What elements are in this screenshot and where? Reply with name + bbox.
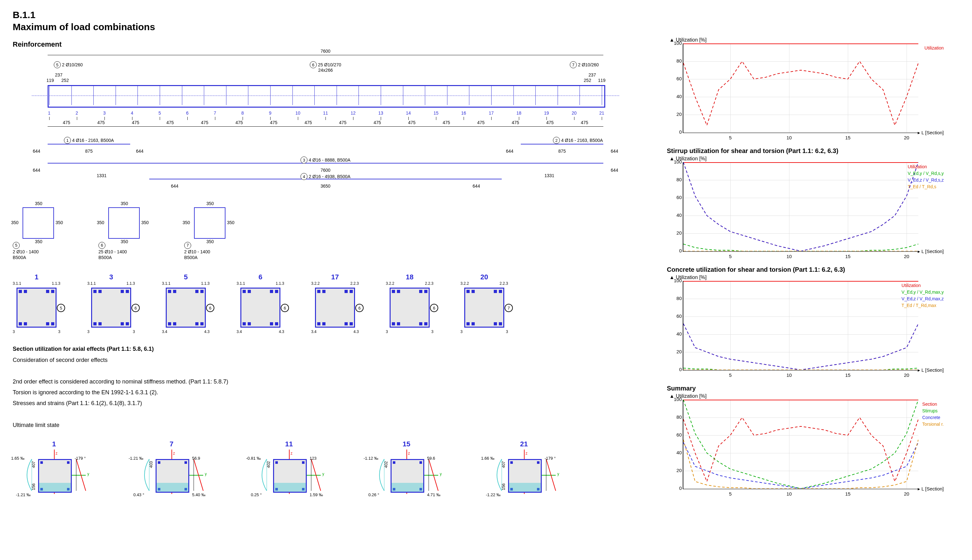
x-axis-label: ▸ L [Section] — [918, 248, 944, 254]
y-axis-label: ▲ Utilization [%] — [669, 37, 927, 43]
y-axis-label: ▲ Utilization [%] — [669, 275, 927, 280]
chart-title: Stirrup utilization for shear and torsio… — [667, 147, 927, 155]
x-tick: 15 — [845, 491, 851, 497]
section-marker: 9 — [269, 110, 272, 115]
circled-number-icon: 6 — [281, 304, 289, 312]
section-marker: 1 — [48, 110, 50, 115]
strain-diagram: 14071561.65 ‰-1.21 ‰-179 °zy — [13, 440, 95, 510]
strain-section-num: 11 — [248, 440, 330, 448]
rebar-3-label: 4 Ø16 - 8888, B500A — [308, 157, 350, 163]
y-tick: 60 — [667, 195, 682, 200]
x-tick: 5 — [729, 372, 732, 378]
x-axis-label: ▸ L [Section] — [918, 486, 944, 492]
x-tick: 15 — [845, 372, 851, 378]
stirrup-zone-icon-6: 6 — [310, 61, 317, 68]
rebar-4-label: 2 Ø16 - 4938, B500A — [308, 174, 350, 179]
spacing-dim: 475 — [201, 120, 208, 125]
rebar-1-label: 4 Ø16 - 2163, B500A — [72, 138, 114, 143]
y-tick: 20 — [667, 349, 682, 354]
strain-diagram: 15402-1.12 ‰0.26 °59.64.71 ‰zy — [365, 440, 448, 510]
y-tick: 0 — [667, 129, 682, 135]
y-tick: 0 — [667, 248, 682, 253]
stirrup-caption: 2 Ø10 - 1400 — [184, 249, 210, 254]
chart-legend: SectionStirrupsConcreteTorsional r. — [922, 401, 944, 428]
section-marker: 21 — [599, 110, 604, 115]
spacing-dim: 475 — [581, 120, 588, 125]
chart-section: ▲ Utilization [%]0204060801005101520▸ L … — [667, 37, 927, 133]
chart-title: Summary — [667, 385, 927, 392]
y-tick: 60 — [667, 432, 682, 437]
section-marker: 11 — [323, 110, 328, 115]
reinforcement-heading: Reinforcement — [13, 40, 642, 48]
y-tick: 100 — [667, 397, 682, 402]
chart-stirrup: Stirrup utilization for shear and torsio… — [667, 147, 927, 252]
x-tick: 10 — [787, 135, 792, 140]
cross-section-title: 6 — [237, 273, 284, 281]
section-marker: 5 — [158, 110, 161, 115]
svg-line-4 — [194, 459, 203, 491]
section-marker: 13 — [378, 110, 383, 115]
stirrup-section-box — [194, 207, 225, 239]
section-marker: 6 — [186, 110, 188, 115]
spacing-dim: 475 — [305, 120, 312, 125]
x-tick: 20 — [904, 491, 909, 497]
spacing-dim: 475 — [373, 120, 381, 125]
x-tick: 15 — [845, 135, 851, 140]
cross-section: 33.1.11.1.3633 — [87, 273, 135, 334]
x-tick: 10 — [787, 253, 792, 259]
y-tick: 0 — [667, 485, 682, 491]
stirrup-zone-label-5: 2 Ø10/260 — [62, 62, 83, 67]
beam-elevation: 7600 5 2 Ø10/260 237 119 252 6 25 Ø10/27… — [13, 55, 642, 195]
strain-diagram: 11402-0.81 ‰0.25 °1231.59 ‰zy — [248, 440, 330, 510]
note-second-order: 2nd order effect is considered according… — [13, 376, 642, 387]
cross-section: 13.1.11.1.3533 — [13, 273, 60, 334]
cross-section: 63.1.11.1.363.44.3 — [237, 273, 284, 334]
axial-util-heading: Section utilization for axial effects (P… — [13, 343, 642, 354]
y-axis-label: ▲ Utilization [%] — [669, 393, 927, 399]
strain-section-num: 15 — [365, 440, 448, 448]
x-tick: 5 — [729, 253, 732, 259]
cross-section-title: 20 — [460, 273, 508, 281]
note-stresses: Stresses and strains (Part 1.1: 6.1(2), … — [13, 398, 642, 408]
y-tick: 60 — [667, 76, 682, 81]
note-uls: Ultimate limit state — [13, 420, 642, 430]
cross-section-title: 3 — [87, 273, 135, 281]
svg-line-10 — [428, 459, 438, 491]
x-tick: 5 — [729, 491, 732, 497]
strain-diagram-row: 14071561.65 ‰-1.21 ‰-179 °zy7403-1.21 ‰0… — [13, 440, 642, 510]
y-axis-label: ▲ Utilization [%] — [669, 156, 927, 162]
section-number: B.1.1 — [13, 10, 965, 20]
circled-number-icon: 7 — [505, 304, 513, 312]
x-tick: 20 — [904, 135, 909, 140]
section-marker: 17 — [489, 110, 494, 115]
x-axis-label: ▸ L [Section] — [918, 130, 944, 135]
section-marker: 2 — [75, 110, 78, 115]
section-marker: 10 — [295, 110, 300, 115]
svg-line-13 — [546, 459, 556, 491]
circled-number-icon: 6 — [206, 304, 214, 312]
circled-number-icon: 6 — [430, 304, 438, 312]
chart-concrete: Concrete utilization for shear and torsi… — [667, 266, 927, 370]
stirrup-section-box — [108, 207, 140, 239]
strain-section-num: 1 — [13, 440, 95, 448]
y-tick: 40 — [667, 450, 682, 455]
x-tick: 15 — [845, 253, 851, 259]
spacing-dim: 475 — [235, 120, 243, 125]
section-marker: 4 — [131, 110, 133, 115]
cross-section: 183.2.22.2.3633 — [386, 273, 433, 334]
cross-section-title: 5 — [162, 273, 210, 281]
svg-line-1 — [76, 459, 86, 491]
y-tick: 80 — [667, 58, 682, 63]
cross-section-row: 13.1.11.1.353333.1.11.1.363353.1.11.1.36… — [13, 273, 642, 334]
cross-section-title: 18 — [386, 273, 433, 281]
y-tick: 80 — [667, 177, 682, 182]
spacing-dim: 475 — [512, 120, 519, 125]
y-tick: 100 — [667, 40, 682, 46]
y-tick: 20 — [667, 230, 682, 235]
circled-number-icon: 5 — [57, 304, 65, 312]
y-tick: 100 — [667, 278, 682, 283]
spacing-dim: 475 — [63, 120, 70, 125]
spacing-dim: 475 — [477, 120, 485, 125]
y-tick: 40 — [667, 93, 682, 99]
section-marker: 19 — [544, 110, 549, 115]
